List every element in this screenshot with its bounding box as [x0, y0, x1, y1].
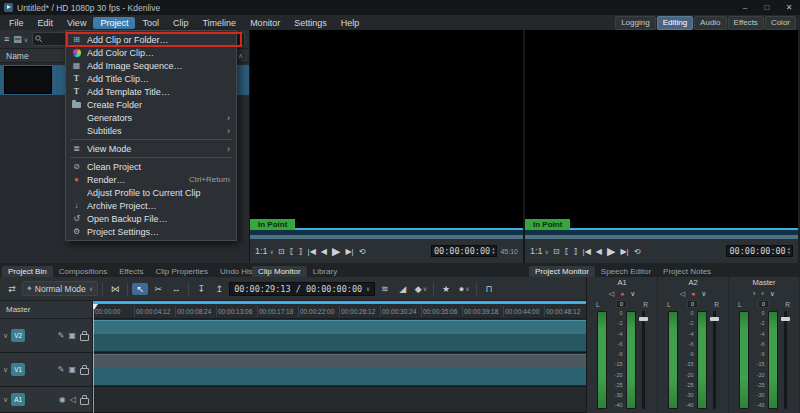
go-start-icon[interactable]: |◀	[307, 247, 317, 256]
collapse-channel-icon[interactable]: ‹	[761, 290, 763, 297]
track-head-a1[interactable]: ∨A1◉◁	[0, 387, 93, 413]
track-head-v1[interactable]: ∨V1✎▣	[0, 353, 93, 387]
fade-icon[interactable]: ◢	[395, 283, 411, 295]
extract-zone-icon[interactable]: ↥	[211, 283, 227, 295]
tab-project-bin[interactable]: Project Bin	[2, 266, 53, 277]
balance-value[interactable]: 0	[616, 300, 627, 308]
track-tag-v2[interactable]: V2	[11, 329, 25, 342]
spacer-tool-icon[interactable]: ↔	[168, 283, 184, 295]
hide-track-icon[interactable]: ▣	[68, 365, 76, 374]
track-effects-icon[interactable]: ✎	[58, 365, 65, 374]
balance-control[interactable]: L0R	[660, 299, 726, 309]
go-end-icon[interactable]: ▶|	[619, 247, 629, 256]
razor-tool-icon[interactable]: ✂	[150, 283, 166, 295]
volume-fader[interactable]	[781, 311, 790, 409]
mix-clips-icon[interactable]: ⋈	[107, 283, 123, 295]
expand-channel-icon[interactable]: ›	[753, 290, 755, 297]
menu-item-subtitles[interactable]: Subtitles›	[66, 124, 236, 137]
go-end-icon[interactable]: ▶|	[344, 247, 354, 256]
menu-item-adjust-profile-to-current-clip[interactable]: Adjust Profile to Current Clip	[66, 186, 236, 199]
track-tag-a1[interactable]: A1	[11, 393, 25, 406]
edit-mode-select[interactable]: ⌖Normal Mode∨	[22, 281, 98, 296]
snap-icon[interactable]: ⊓	[481, 283, 497, 295]
menu-item-archive-project[interactable]: ↓Archive Project…	[66, 199, 236, 212]
tab-project-notes[interactable]: Project Notes	[657, 266, 717, 277]
tab-compositions[interactable]: Compositions	[53, 266, 113, 277]
zone-start-icon[interactable]: ⟦	[564, 247, 570, 256]
record-arm-icon[interactable]: ◉	[59, 395, 66, 404]
maximize-button[interactable]: □	[756, 0, 778, 15]
fader-handle[interactable]	[639, 317, 648, 321]
workspace-editing[interactable]: Editing	[657, 16, 693, 30]
menu-item-add-color-clip[interactable]: Add Color Clip…	[66, 46, 236, 59]
mute-icon[interactable]: ◁	[680, 290, 685, 298]
play-icon[interactable]: ▶	[606, 245, 616, 258]
zone-end-icon[interactable]: ⟧	[298, 247, 304, 256]
workspace-logging[interactable]: Logging	[615, 16, 655, 30]
record-track-icon[interactable]: ●∨	[456, 283, 472, 295]
menubar-item-settings[interactable]: Settings	[287, 17, 334, 29]
channel-menu-icon[interactable]: ∨	[630, 290, 635, 298]
collapse-track-icon[interactable]: ∨	[3, 332, 8, 340]
menubar-item-monitor[interactable]: Monitor	[243, 17, 287, 29]
menubar-item-tool[interactable]: Tool	[135, 17, 166, 29]
channel-menu-icon[interactable]: ∨	[701, 290, 706, 298]
collapse-track-icon[interactable]: ∨	[3, 396, 8, 404]
timeline-clip[interactable]	[93, 320, 586, 351]
menubar-item-timeline[interactable]: Timeline	[195, 17, 243, 29]
mix-audio-icon[interactable]: ≋	[377, 283, 393, 295]
bin-menu-icon[interactable]: ≡	[4, 34, 9, 44]
tab-clip-properties[interactable]: Clip Properties	[149, 266, 213, 277]
mute-icon[interactable]: ◁	[609, 290, 614, 298]
keyframe-icon[interactable]: ◆∨	[413, 283, 429, 295]
bin-view-mode-select[interactable]: ▤ ∨	[13, 34, 28, 44]
minimize-button[interactable]: –	[734, 0, 756, 15]
fader-handle[interactable]	[781, 317, 790, 321]
tab-effects[interactable]: Effects	[113, 266, 149, 277]
menubar-item-clip[interactable]: Clip	[166, 17, 196, 29]
tab-speech-editor[interactable]: Speech Editor	[595, 266, 657, 277]
master-track-button[interactable]: Master	[0, 301, 93, 319]
menubar-item-file[interactable]: File	[2, 17, 31, 29]
project-monitor-timecode[interactable]: 00:00:00:00 ▴▾	[726, 245, 793, 257]
hide-track-icon[interactable]: ▣	[68, 331, 76, 340]
balance-control[interactable]: L0R	[731, 299, 797, 309]
zone-end-icon[interactable]: ⟧	[573, 247, 579, 256]
record-arm-icon[interactable]: ●	[620, 290, 624, 297]
menu-item-add-title-clip[interactable]: TAdd Title Clip…	[66, 72, 236, 85]
zoom-fit-icon[interactable]: ⊡	[552, 247, 561, 256]
zone-start-icon[interactable]: ⟦	[289, 247, 295, 256]
tab-project-monitor[interactable]: Project Monitor	[529, 266, 595, 277]
insert-zone-icon[interactable]: ↧	[193, 283, 209, 295]
workspace-effects[interactable]: Effects	[728, 16, 764, 30]
menu-item-create-folder[interactable]: Create Folder	[66, 98, 236, 111]
close-button[interactable]: ✕	[778, 0, 800, 15]
go-start-icon[interactable]: |◀	[582, 247, 592, 256]
menubar-item-edit[interactable]: Edit	[31, 17, 61, 29]
mute-track-icon[interactable]: ◁	[70, 395, 76, 404]
timeline-zone-bar[interactable]	[93, 301, 586, 304]
menu-item-render[interactable]: ●Render…Ctrl+Return	[66, 173, 236, 186]
menu-item-open-backup-file[interactable]: ↺Open Backup File…	[66, 212, 236, 225]
menubar-item-help[interactable]: Help	[334, 17, 367, 29]
loop-zone-icon[interactable]: ⟲	[358, 247, 367, 256]
tab-clip-monitor[interactable]: Clip Monitor	[252, 266, 307, 277]
lock-track-icon[interactable]	[80, 334, 89, 341]
menu-item-clean-project[interactable]: ⊘Clean Project	[66, 160, 236, 173]
tab-library[interactable]: Library	[307, 266, 343, 277]
menu-item-project-settings[interactable]: ⚙Project Settings…	[66, 225, 236, 238]
workspace-color[interactable]: Color	[765, 16, 796, 30]
timeline-ruler[interactable]: 00:00:0000:00:04:1200:00:08:2400:00:13:0…	[93, 301, 586, 319]
menubar-item-view[interactable]: View	[60, 17, 93, 29]
lock-track-icon[interactable]	[80, 398, 89, 405]
sort-ascending-icon[interactable]: ∧	[238, 52, 243, 60]
balance-value[interactable]: 0	[758, 300, 769, 308]
balance-control[interactable]: L0R	[589, 299, 655, 309]
track-effects-icon[interactable]: ✎	[58, 331, 65, 340]
menubar-item-project[interactable]: Project	[93, 17, 135, 29]
timeline-timecode[interactable]: 00:00:29:13 / 00:00:00:00∨	[229, 282, 375, 296]
timecode-spinner[interactable]: ▴▾	[492, 247, 494, 255]
lock-track-icon[interactable]	[80, 368, 89, 375]
menu-item-add-clip-or-folder[interactable]: ⊞Add Clip or Folder…	[66, 33, 236, 46]
timeline-clip[interactable]	[93, 354, 586, 385]
